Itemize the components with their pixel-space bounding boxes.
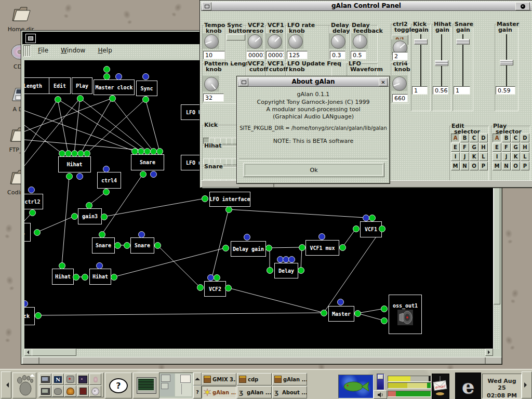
- snare-gain-slider-thumb[interactable]: [456, 39, 470, 45]
- hihat-gain-slider-thumb[interactable]: [435, 60, 448, 66]
- port-green[interactable]: [222, 245, 229, 251]
- launcher-terminal2-icon[interactable]: [39, 385, 51, 397]
- vcf2-reso-value[interactable]: 00001: [246, 51, 264, 59]
- selector-button-B[interactable]: B: [502, 134, 511, 142]
- mixer-slider[interactable]: [377, 374, 384, 390]
- port-green[interactable]: [103, 66, 110, 73]
- port-blue[interactable]: [142, 73, 149, 80]
- delay-delay-knob[interactable]: [331, 34, 345, 49]
- mixer-slider-thumb[interactable]: [378, 375, 383, 379]
- ctrl4-knob-value[interactable]: 660: [392, 94, 408, 102]
- port-blue[interactable]: [150, 171, 157, 178]
- port-blue[interactable]: [115, 73, 122, 80]
- selector-button-F[interactable]: F: [460, 143, 469, 152]
- port-green[interactable]: [111, 274, 117, 281]
- master-gain-slider-thumb[interactable]: [500, 60, 513, 65]
- port-green[interactable]: [29, 209, 36, 216]
- shade-button[interactable]: [515, 2, 530, 10]
- node-hihat[interactable]: Hihat: [52, 269, 74, 285]
- close-icon[interactable]: ✕: [379, 78, 388, 86]
- port-green[interactable]: [299, 244, 305, 251]
- menu-drag-handle[interactable]: [23, 45, 31, 57]
- port-green[interactable]: [77, 95, 84, 102]
- selector-button-D[interactable]: D: [479, 134, 488, 142]
- node-delay[interactable]: Delay: [274, 263, 298, 278]
- window-menu-icon[interactable]: [239, 78, 248, 86]
- horizontal-scrollbar-thumb[interactable]: [32, 349, 76, 356]
- selector-button-D[interactable]: D: [521, 134, 529, 142]
- selector-button-B[interactable]: B: [460, 134, 469, 142]
- port-green[interactable]: [59, 262, 65, 269]
- master-gain-value[interactable]: 0.59: [496, 86, 515, 95]
- selector-button-H[interactable]: H: [479, 143, 488, 152]
- port-green[interactable]: [381, 305, 388, 312]
- port-blue[interactable]: [28, 187, 35, 193]
- selector-button-F[interactable]: F: [502, 143, 511, 152]
- port-green[interactable]: [101, 214, 108, 220]
- lfo-rate-knob-value[interactable]: 125: [287, 51, 308, 59]
- window-menu-icon[interactable]: [202, 2, 211, 10]
- port-green[interactable]: [35, 312, 42, 319]
- node-master[interactable]: Master: [328, 306, 354, 322]
- menu-window[interactable]: Window: [55, 44, 91, 57]
- node-lfo-interface[interactable]: LFO interface: [209, 192, 250, 207]
- selector-button-A[interactable]: A: [451, 134, 460, 142]
- selector-button-E[interactable]: E: [451, 143, 460, 152]
- selector-button-K[interactable]: K: [470, 152, 478, 161]
- launcher-netscape-icon[interactable]: N: [52, 374, 64, 385]
- window-resize-bar[interactable]: [22, 357, 502, 364]
- desktop-icon-home-directory[interactable]: Home dir: [4, 4, 37, 33]
- port-green[interactable]: [214, 274, 220, 281]
- tempo-knob-knob[interactable]: [204, 34, 219, 49]
- node-play[interactable]: Play: [72, 77, 92, 94]
- control-panel-titlebar[interactable]: gAlan Control Panel: [201, 2, 531, 11]
- vcf1-reso-knob[interactable]: [268, 34, 282, 49]
- sync-button[interactable]: [227, 34, 245, 41]
- selector-button-C[interactable]: C: [511, 134, 520, 142]
- mute-button[interactable]: [374, 390, 387, 399]
- selector-button-J[interactable]: J: [502, 152, 511, 161]
- menu-help[interactable]: Help: [91, 44, 118, 57]
- port-green[interactable]: [298, 267, 304, 274]
- node-edit[interactable]: Edit: [49, 77, 71, 94]
- port-green[interactable]: [114, 242, 121, 249]
- port-green[interactable]: [140, 171, 147, 178]
- selector-button-L[interactable]: L: [521, 152, 529, 161]
- selector-button-N[interactable]: N: [460, 162, 469, 170]
- launcher-utility-icon[interactable]: [64, 374, 76, 385]
- node-hihat[interactable]: Hihat: [58, 156, 91, 172]
- pattern-length-knob-value[interactable]: 32: [203, 94, 224, 102]
- port-blue[interactable]: [138, 231, 145, 238]
- port-blue[interactable]: [76, 173, 83, 180]
- selector-button-O[interactable]: O: [511, 162, 520, 170]
- selector-button-E[interactable]: E: [493, 143, 501, 152]
- selector-button-I[interactable]: I: [451, 152, 460, 161]
- pattern-length-knob-knob[interactable]: [204, 77, 219, 91]
- delay-feedback-knob[interactable]: [353, 34, 367, 49]
- selector-button-G[interactable]: G: [470, 143, 478, 152]
- pager-help-button[interactable]: ?: [193, 385, 202, 398]
- selector-button-M[interactable]: M: [451, 162, 460, 170]
- window-menu-icon[interactable]: [25, 34, 36, 43]
- port-green[interactable]: [369, 215, 376, 221]
- node-gain3[interactable]: gain3: [78, 208, 102, 224]
- selector-button-A[interactable]: A: [493, 134, 501, 142]
- node-1[interactable]: 1: [24, 223, 31, 242]
- lfo-rate-knob-knob[interactable]: [288, 34, 303, 49]
- port-green[interactable]: [84, 150, 90, 157]
- terminal-launcher-button[interactable]: [133, 373, 160, 398]
- port-blue[interactable]: [288, 256, 295, 263]
- node-vcf1-mux[interactable]: VCF1 mux: [305, 240, 339, 256]
- task-button-galan-[interactable]: gAlan ...: [272, 373, 307, 385]
- node-master-clock[interactable]: Master clock: [94, 79, 135, 95]
- port-green[interactable]: [197, 284, 204, 291]
- port-green[interactable]: [267, 267, 273, 274]
- fish-applet[interactable]: [338, 375, 374, 398]
- delay-delay-value[interactable]: 0.3: [330, 51, 345, 59]
- port-green[interactable]: [55, 96, 61, 103]
- kick-gain-slider-thumb[interactable]: [414, 39, 428, 45]
- port-green[interactable]: [154, 242, 161, 249]
- port-green[interactable]: [202, 195, 208, 202]
- node-snare[interactable]: Snare: [131, 154, 164, 170]
- port-green[interactable]: [381, 317, 388, 324]
